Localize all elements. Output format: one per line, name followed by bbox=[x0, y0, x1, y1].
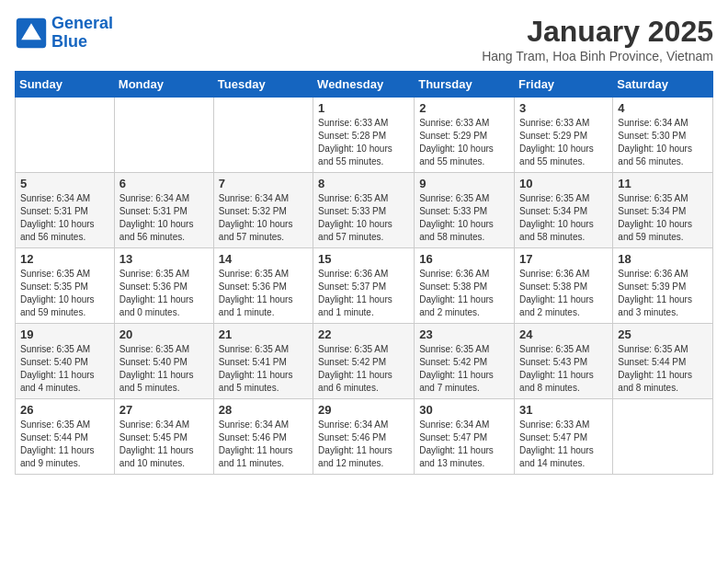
week-row-3: 12Sunrise: 6:35 AM Sunset: 5:35 PM Dayli… bbox=[16, 248, 713, 324]
header-row: SundayMondayTuesdayWednesdayThursdayFrid… bbox=[16, 72, 713, 98]
day-number: 23 bbox=[419, 327, 509, 341]
calendar-cell: 11Sunrise: 6:35 AM Sunset: 5:34 PM Dayli… bbox=[613, 173, 713, 248]
day-info: Sunrise: 6:35 AM Sunset: 5:44 PM Dayligh… bbox=[20, 419, 109, 470]
day-number: 31 bbox=[519, 403, 608, 417]
calendar-cell: 24Sunrise: 6:35 AM Sunset: 5:43 PM Dayli… bbox=[515, 324, 613, 399]
calendar-cell: 25Sunrise: 6:35 AM Sunset: 5:44 PM Dayli… bbox=[613, 324, 713, 399]
location-subtitle: Hang Tram, Hoa Binh Province, Vietnam bbox=[482, 49, 713, 63]
day-info: Sunrise: 6:35 AM Sunset: 5:34 PM Dayligh… bbox=[519, 192, 608, 244]
calendar-cell: 4Sunrise: 6:34 AM Sunset: 5:30 PM Daylig… bbox=[613, 98, 713, 173]
day-info: Sunrise: 6:34 AM Sunset: 5:32 PM Dayligh… bbox=[219, 192, 308, 244]
logo-icon bbox=[15, 17, 48, 50]
day-info: Sunrise: 6:35 AM Sunset: 5:40 PM Dayligh… bbox=[119, 343, 209, 395]
day-info: Sunrise: 6:33 AM Sunset: 5:29 PM Dayligh… bbox=[519, 117, 608, 168]
calendar-cell: 13Sunrise: 6:35 AM Sunset: 5:36 PM Dayli… bbox=[114, 248, 213, 324]
calendar-body: 1Sunrise: 6:33 AM Sunset: 5:28 PM Daylig… bbox=[16, 98, 713, 475]
calendar-cell: 26Sunrise: 6:35 AM Sunset: 5:44 PM Dayli… bbox=[16, 399, 115, 475]
calendar-cell: 14Sunrise: 6:35 AM Sunset: 5:36 PM Dayli… bbox=[213, 248, 313, 324]
calendar-cell: 22Sunrise: 6:35 AM Sunset: 5:42 PM Dayli… bbox=[313, 324, 415, 399]
calendar-cell: 28Sunrise: 6:34 AM Sunset: 5:46 PM Dayli… bbox=[213, 399, 313, 475]
day-number: 27 bbox=[119, 403, 209, 417]
day-info: Sunrise: 6:36 AM Sunset: 5:37 PM Dayligh… bbox=[318, 268, 409, 319]
day-info: Sunrise: 6:35 AM Sunset: 5:33 PM Dayligh… bbox=[318, 192, 409, 244]
day-number: 1 bbox=[318, 101, 409, 115]
calendar-cell: 19Sunrise: 6:35 AM Sunset: 5:40 PM Dayli… bbox=[16, 324, 115, 399]
calendar-cell bbox=[114, 98, 213, 173]
day-info: Sunrise: 6:35 AM Sunset: 5:43 PM Dayligh… bbox=[519, 343, 608, 395]
day-number: 9 bbox=[419, 177, 509, 190]
calendar-cell: 5Sunrise: 6:34 AM Sunset: 5:31 PM Daylig… bbox=[16, 173, 115, 248]
day-number: 2 bbox=[419, 101, 509, 115]
day-number: 12 bbox=[20, 252, 109, 266]
day-number: 11 bbox=[618, 177, 708, 190]
week-row-2: 5Sunrise: 6:34 AM Sunset: 5:31 PM Daylig… bbox=[16, 173, 713, 248]
day-info: Sunrise: 6:34 AM Sunset: 5:30 PM Dayligh… bbox=[618, 117, 708, 168]
calendar-cell: 18Sunrise: 6:36 AM Sunset: 5:39 PM Dayli… bbox=[613, 248, 713, 324]
day-info: Sunrise: 6:36 AM Sunset: 5:38 PM Dayligh… bbox=[419, 268, 509, 319]
day-info: Sunrise: 6:35 AM Sunset: 5:35 PM Dayligh… bbox=[20, 268, 109, 319]
day-info: Sunrise: 6:35 AM Sunset: 5:34 PM Dayligh… bbox=[618, 192, 708, 244]
calendar-cell: 21Sunrise: 6:35 AM Sunset: 5:41 PM Dayli… bbox=[213, 324, 313, 399]
day-info: Sunrise: 6:33 AM Sunset: 5:29 PM Dayligh… bbox=[419, 117, 509, 168]
day-number: 10 bbox=[519, 177, 608, 190]
week-row-4: 19Sunrise: 6:35 AM Sunset: 5:40 PM Dayli… bbox=[16, 324, 713, 399]
day-number: 22 bbox=[318, 327, 409, 341]
calendar-header: SundayMondayTuesdayWednesdayThursdayFrid… bbox=[16, 72, 713, 98]
title-block: January 2025 Hang Tram, Hoa Binh Provinc… bbox=[482, 15, 713, 63]
day-info: Sunrise: 6:35 AM Sunset: 5:44 PM Dayligh… bbox=[618, 343, 708, 395]
calendar-cell: 10Sunrise: 6:35 AM Sunset: 5:34 PM Dayli… bbox=[515, 173, 613, 248]
logo: General Blue bbox=[15, 15, 113, 52]
calendar-cell: 27Sunrise: 6:34 AM Sunset: 5:45 PM Dayli… bbox=[114, 399, 213, 475]
day-number: 30 bbox=[419, 403, 509, 417]
day-number: 24 bbox=[519, 327, 608, 341]
day-number: 29 bbox=[318, 403, 409, 417]
day-number: 5 bbox=[20, 177, 109, 190]
calendar-cell: 16Sunrise: 6:36 AM Sunset: 5:38 PM Dayli… bbox=[415, 248, 515, 324]
day-number: 26 bbox=[20, 403, 109, 417]
header-cell-tuesday: Tuesday bbox=[213, 72, 313, 98]
week-row-5: 26Sunrise: 6:35 AM Sunset: 5:44 PM Dayli… bbox=[16, 399, 713, 475]
day-info: Sunrise: 6:33 AM Sunset: 5:47 PM Dayligh… bbox=[519, 419, 608, 470]
header-cell-thursday: Thursday bbox=[415, 72, 515, 98]
day-info: Sunrise: 6:34 AM Sunset: 5:31 PM Dayligh… bbox=[119, 192, 209, 244]
day-number: 18 bbox=[618, 252, 708, 266]
header-cell-monday: Monday bbox=[114, 72, 213, 98]
calendar-table: SundayMondayTuesdayWednesdayThursdayFrid… bbox=[15, 71, 713, 475]
calendar-cell: 2Sunrise: 6:33 AM Sunset: 5:29 PM Daylig… bbox=[415, 98, 515, 173]
day-number: 16 bbox=[419, 252, 509, 266]
logo-text: General Blue bbox=[51, 15, 113, 52]
calendar-cell bbox=[16, 98, 115, 173]
calendar-cell: 1Sunrise: 6:33 AM Sunset: 5:28 PM Daylig… bbox=[313, 98, 415, 173]
calendar-cell: 8Sunrise: 6:35 AM Sunset: 5:33 PM Daylig… bbox=[313, 173, 415, 248]
calendar-cell: 7Sunrise: 6:34 AM Sunset: 5:32 PM Daylig… bbox=[213, 173, 313, 248]
day-number: 20 bbox=[119, 327, 209, 341]
day-info: Sunrise: 6:34 AM Sunset: 5:45 PM Dayligh… bbox=[119, 419, 209, 470]
day-info: Sunrise: 6:34 AM Sunset: 5:31 PM Dayligh… bbox=[20, 192, 109, 244]
calendar-cell: 15Sunrise: 6:36 AM Sunset: 5:37 PM Dayli… bbox=[313, 248, 415, 324]
day-info: Sunrise: 6:33 AM Sunset: 5:28 PM Dayligh… bbox=[318, 117, 409, 168]
header-cell-saturday: Saturday bbox=[613, 72, 713, 98]
day-info: Sunrise: 6:35 AM Sunset: 5:42 PM Dayligh… bbox=[318, 343, 409, 395]
calendar-cell: 9Sunrise: 6:35 AM Sunset: 5:33 PM Daylig… bbox=[415, 173, 515, 248]
day-number: 15 bbox=[318, 252, 409, 266]
logo-blue: Blue bbox=[51, 33, 113, 52]
day-number: 28 bbox=[219, 403, 308, 417]
day-info: Sunrise: 6:35 AM Sunset: 5:36 PM Dayligh… bbox=[219, 268, 308, 319]
calendar-cell bbox=[213, 98, 313, 173]
day-number: 25 bbox=[618, 327, 708, 341]
day-number: 3 bbox=[519, 101, 608, 115]
day-number: 14 bbox=[219, 252, 308, 266]
day-info: Sunrise: 6:35 AM Sunset: 5:40 PM Dayligh… bbox=[20, 343, 109, 395]
calendar-cell: 6Sunrise: 6:34 AM Sunset: 5:31 PM Daylig… bbox=[114, 173, 213, 248]
header-cell-friday: Friday bbox=[515, 72, 613, 98]
calendar-cell: 29Sunrise: 6:34 AM Sunset: 5:46 PM Dayli… bbox=[313, 399, 415, 475]
calendar-cell: 12Sunrise: 6:35 AM Sunset: 5:35 PM Dayli… bbox=[16, 248, 115, 324]
day-info: Sunrise: 6:34 AM Sunset: 5:46 PM Dayligh… bbox=[318, 419, 409, 470]
day-info: Sunrise: 6:35 AM Sunset: 5:33 PM Dayligh… bbox=[419, 192, 509, 244]
day-info: Sunrise: 6:36 AM Sunset: 5:38 PM Dayligh… bbox=[519, 268, 608, 319]
calendar-cell: 3Sunrise: 6:33 AM Sunset: 5:29 PM Daylig… bbox=[515, 98, 613, 173]
day-number: 8 bbox=[318, 177, 409, 190]
header-cell-sunday: Sunday bbox=[16, 72, 115, 98]
day-number: 7 bbox=[219, 177, 308, 190]
day-info: Sunrise: 6:35 AM Sunset: 5:41 PM Dayligh… bbox=[219, 343, 308, 395]
